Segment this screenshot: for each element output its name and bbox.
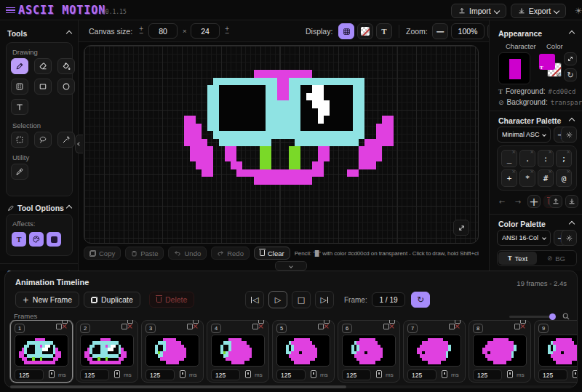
reset-colors-button[interactable] — [564, 68, 577, 81]
timeline-collapse-tab[interactable] — [275, 261, 307, 271]
character-button[interactable]: + — [501, 169, 517, 187]
pencil-tool-button[interactable] — [11, 58, 28, 74]
gradient-tool-button[interactable] — [11, 79, 28, 95]
display-transparency-toggle[interactable] — [357, 23, 373, 39]
affects-color-toggle[interactable] — [29, 232, 44, 247]
frame-duration-input[interactable]: 125 — [211, 369, 240, 380]
redo-button[interactable]: Redo — [211, 247, 250, 260]
chevron-up-icon[interactable] — [66, 31, 72, 36]
foreground-color-swatch[interactable] — [539, 54, 555, 70]
canvas-width-input[interactable]: 80 — [148, 23, 178, 39]
character-button[interactable]: . — [519, 150, 535, 167]
frame-duration-input[interactable]: 125 — [538, 369, 567, 380]
canvas-height-input[interactable]: 24 — [191, 23, 220, 39]
undo-button[interactable]: Undo — [168, 247, 207, 260]
frames-scrollbar[interactable] — [10, 385, 346, 388]
drawing-canvas[interactable] — [84, 45, 479, 244]
frame-thumbnail[interactable] — [342, 335, 396, 367]
canvas-collapse-handle[interactable] — [75, 135, 83, 153]
duplicate-frame-button[interactable]: Duplicate — [84, 292, 140, 308]
frame-card[interactable]: 3125ms — [141, 320, 204, 383]
frame-thumbnail[interactable] — [276, 335, 330, 367]
palette-prev-button[interactable] — [495, 195, 509, 208]
magic-wand-tool-button[interactable] — [57, 132, 75, 148]
remove-character-icon[interactable] — [511, 169, 516, 175]
affects-character-toggle[interactable] — [12, 232, 26, 247]
zoom-out-button[interactable] — [432, 23, 448, 39]
frame-card[interactable]: 4125ms — [207, 320, 269, 383]
frame-card[interactable]: 8125ms — [469, 320, 531, 383]
frame-card[interactable]: 5125ms — [272, 320, 335, 383]
rectangle-tool-button[interactable] — [34, 79, 52, 95]
frame-size-slider[interactable] — [509, 316, 554, 318]
character-preview[interactable] — [498, 52, 530, 84]
frame-thumbnail[interactable] — [538, 335, 577, 367]
color-palette-preset-dropdown[interactable]: ANSI 16-Col — [497, 230, 551, 246]
delete-frame-button[interactable]: Delete — [149, 292, 194, 308]
frame-duration-input[interactable]: 125 — [146, 369, 175, 380]
character-button[interactable]: @ — [556, 169, 572, 187]
chevron-up-icon[interactable] — [569, 221, 575, 227]
frame-card[interactable]: 7125ms — [403, 320, 466, 383]
palette-next-button[interactable] — [511, 195, 525, 208]
frame-duration-input[interactable]: 125 — [80, 369, 109, 380]
remove-character-icon[interactable] — [530, 149, 534, 155]
go-last-frame-button[interactable] — [315, 291, 334, 308]
remove-character-icon[interactable] — [511, 149, 516, 155]
lasso-tool-button[interactable] — [34, 132, 52, 148]
character-button[interactable]: : — [538, 150, 554, 167]
copy-button[interactable]: Copy — [84, 247, 121, 260]
download-palette-button[interactable] — [565, 195, 578, 208]
ellipse-tool-button[interactable] — [57, 79, 75, 95]
frame-card[interactable]: 9125ms — [534, 320, 577, 383]
export-button[interactable]: Export — [511, 4, 566, 18]
go-first-frame-button[interactable] — [245, 291, 264, 308]
chevron-up-icon[interactable] — [569, 118, 575, 124]
color-palette-settings-button[interactable] — [561, 230, 577, 246]
fill-tool-button[interactable] — [57, 58, 75, 74]
character-button[interactable]: * — [519, 169, 535, 187]
import-button[interactable]: Import — [451, 4, 506, 18]
theme-toggle-button[interactable] — [570, 3, 582, 19]
frame-duration-input[interactable]: 125 — [342, 369, 371, 380]
frame-card[interactable]: 1125ms — [10, 320, 73, 383]
frame-thumbnail[interactable] — [146, 335, 199, 367]
new-frame-button[interactable]: New Frame — [15, 292, 79, 308]
remove-character-icon[interactable] — [566, 169, 570, 175]
frame-thumbnail[interactable] — [211, 335, 265, 367]
chevron-up-icon[interactable] — [66, 205, 72, 211]
remove-character-icon[interactable] — [548, 149, 552, 155]
play-button[interactable] — [268, 291, 287, 308]
frame-thumbnail[interactable] — [473, 335, 527, 367]
frame-thumbnail[interactable] — [80, 335, 134, 367]
frame-thumbnail[interactable] — [407, 335, 461, 367]
color-target-text-button[interactable]: Text — [498, 252, 537, 265]
character-button[interactable]: ; — [556, 150, 572, 167]
text-tool-button[interactable] — [11, 99, 28, 115]
swap-colors-button[interactable] — [564, 52, 577, 65]
zoom-value[interactable]: 100% — [451, 23, 485, 39]
frame-duration-input[interactable]: 125 — [276, 369, 306, 380]
chevron-up-icon[interactable] — [569, 31, 575, 36]
color-target-bg-button[interactable]: BG — [537, 252, 575, 265]
character-palette-preset-dropdown[interactable]: Minimal ASC — [497, 127, 551, 143]
frame-thumbnail[interactable] — [15, 335, 68, 367]
character-button[interactable]: _ — [501, 150, 517, 167]
character-palette-settings-button[interactable] — [561, 127, 577, 143]
frame-card[interactable]: 6125ms — [338, 320, 400, 383]
display-grid-toggle[interactable] — [338, 23, 354, 39]
clear-button[interactable]: Clear — [254, 247, 290, 260]
canvas-height-stepper[interactable] — [223, 23, 231, 39]
paste-button[interactable]: Paste — [125, 247, 164, 260]
select-tool-button[interactable] — [11, 132, 28, 148]
eyedropper-tool-button[interactable] — [11, 164, 28, 180]
affects-background-toggle[interactable] — [47, 232, 61, 247]
display-text-toggle[interactable] — [376, 23, 392, 39]
frame-card[interactable]: 2125ms — [76, 320, 138, 383]
remove-character-icon[interactable] — [530, 169, 534, 175]
remove-character-icon[interactable] — [548, 169, 552, 175]
loop-toggle-button[interactable] — [411, 292, 430, 308]
add-character-button[interactable] — [527, 195, 541, 208]
frame-duration-input[interactable]: 125 — [407, 369, 436, 380]
character-button[interactable]: # — [538, 169, 554, 187]
